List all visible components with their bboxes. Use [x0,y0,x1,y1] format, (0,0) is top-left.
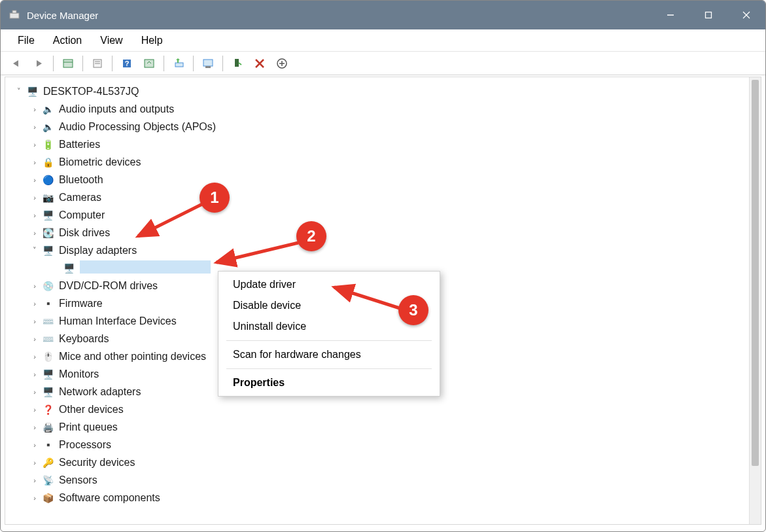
tree-item[interactable]: ›▪️Processors [13,436,761,453]
chevron-icon[interactable]: ˅ [13,87,25,96]
hid-icon: ⌨️ [41,316,55,327]
bluetooth-icon: 🔵 [41,175,55,185]
enable-device-icon[interactable] [227,54,248,73]
chevron-icon[interactable]: › [29,123,41,131]
tree-item-label: Mice and other pointing devices [59,351,206,363]
speaker-icon: 🔈 [41,104,55,115]
update-driver-icon[interactable] [168,54,189,73]
show-hide-tree-icon[interactable] [58,54,78,73]
tree-item[interactable]: ›🔈Audio inputs and outputs [13,100,761,118]
back-icon[interactable] [6,54,27,73]
tree-item-label [80,260,211,276]
chevron-icon[interactable]: › [29,459,41,467]
tree-item-label: Disk drives [59,227,110,239]
chevron-icon[interactable]: › [29,194,41,202]
scrollbar[interactable] [749,77,761,524]
optical-icon: 💿 [41,281,55,291]
battery-icon: 🔋 [41,139,55,150]
chevron-icon[interactable]: › [29,476,41,484]
menu-file[interactable]: File [9,35,44,46]
network-icon: 🖥️ [41,387,55,397]
help-icon[interactable]: ? [116,54,137,73]
menu-view[interactable]: View [91,35,131,46]
tree-item[interactable]: ›🔈Audio Processing Objects (APOs) [13,118,761,135]
disable-device-icon[interactable] [249,54,270,73]
tree-item[interactable]: ›🔵Bluetooth [13,171,761,188]
tree-item-label: Other devices [59,404,124,416]
svg-text:?: ? [125,60,130,67]
menu-help[interactable]: Help [132,35,172,46]
chevron-icon[interactable]: › [29,282,41,290]
monitor-icon: 🖥️ [41,369,55,380]
chevron-icon[interactable]: › [29,353,41,361]
toolbar-sep [222,56,223,71]
tree-item[interactable]: ›📦Software components [13,489,761,506]
chevron-icon[interactable]: › [29,494,41,502]
tree-item-label: Processors [59,439,111,451]
chevron-icon[interactable]: ˅ [29,246,41,255]
tree-item[interactable]: ›🔑Security devices [13,453,761,471]
menu-action[interactable]: Action [44,35,91,46]
tree-item[interactable]: ›📡Sensors [13,471,761,489]
tree-item[interactable]: ›🖥️Computer [13,206,761,224]
chevron-icon[interactable]: › [29,211,41,219]
tree-item[interactable]: ˅🖥️DESKTOP-4L537JQ [13,82,761,100]
svg-rect-17 [235,59,239,67]
chevron-icon[interactable]: › [29,388,41,396]
chevron-icon[interactable]: › [29,335,41,343]
printer-icon: 🖨️ [41,422,55,433]
chevron-icon[interactable]: › [29,176,41,184]
tree-item-label: Audio inputs and outputs [59,103,174,115]
chevron-icon[interactable]: › [29,158,41,166]
scan-hardware-icon[interactable] [139,54,160,73]
tree-item[interactable]: ›💽Disk drives [13,224,761,241]
tree-item-label: Software components [59,492,160,504]
tree-item[interactable]: ›📷Cameras [13,188,761,206]
chevron-icon[interactable]: › [29,370,41,378]
mouse-icon: 🖱️ [41,351,55,362]
close-button[interactable] [727,1,765,29]
app-icon [9,9,20,21]
tree-item[interactable]: ›🖨️Print queues [13,418,761,436]
cm-scan-hardware[interactable]: Scan for hardware changes [218,344,440,365]
tree-item-label: Monitors [59,368,99,380]
disk-icon: 💽 [41,228,55,238]
toolbar-sep [164,56,164,71]
chevron-icon[interactable]: › [29,105,41,113]
tree-item[interactable]: ›❓Other devices [13,400,761,418]
chevron-icon[interactable]: › [29,317,41,325]
svg-rect-6 [63,60,73,67]
display-icon: 🖥️ [41,245,55,256]
scan-for-changes-icon[interactable] [271,54,292,73]
scrollbar-thumb[interactable] [752,80,759,466]
forward-icon[interactable] [28,54,49,73]
uninstall-icon[interactable] [198,54,218,73]
tree-item[interactable]: ›🔒Biometric devices [13,153,761,171]
cm-update-driver[interactable]: Update driver [218,274,440,295]
chevron-icon[interactable]: › [29,141,41,149]
fingerprint-icon: 🔒 [41,157,55,168]
svg-rect-3 [706,12,712,18]
tree-item-label: Computer [59,209,105,221]
keyboard-icon: ⌨️ [41,334,55,344]
titlebar: Device Manager [1,1,765,29]
toolbar-sep [82,56,83,71]
toolbar-sep [193,56,194,71]
sensor-icon: 📡 [41,475,55,486]
display-icon: 🖥️ [61,263,76,274]
chevron-icon[interactable]: › [29,229,41,237]
tree-item[interactable]: ˅🖥️Display adapters [13,241,761,259]
software-icon: 📦 [41,493,55,503]
properties-icon[interactable] [87,54,108,73]
annotation-1: 1 [200,183,230,213]
maximize-button[interactable] [689,1,727,29]
chevron-icon[interactable]: › [29,423,41,431]
chevron-icon[interactable]: › [29,406,41,414]
chevron-icon[interactable]: › [29,300,41,308]
camera-icon: 📷 [41,192,55,203]
minimize-button[interactable] [652,1,689,29]
tree-item-label: Keyboards [59,333,109,345]
cm-properties[interactable]: Properties [218,372,440,393]
chevron-icon[interactable]: › [29,441,41,449]
tree-item[interactable]: ›🔋Batteries [13,135,761,153]
